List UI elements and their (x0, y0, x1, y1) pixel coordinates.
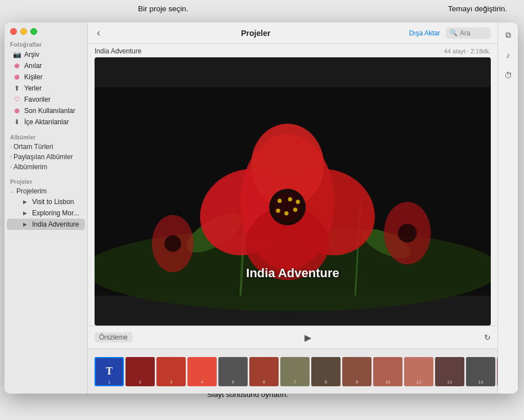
favorites-icon: ♡ (12, 95, 21, 104)
thumbnail-3[interactable]: 3 (156, 357, 186, 386)
chevron-icon: › (10, 144, 12, 150)
app-window: Fotoğraflar 📷 Arşiv ⊕ Anılar ⊕ Kişiler ⬆… (5, 22, 518, 394)
visit-lisbon-label: Visit to Lisbon (32, 198, 74, 206)
sidebar-item-kisiler[interactable]: ⊕ Kişiler (7, 71, 85, 83)
people-icon: ⊕ (12, 73, 21, 82)
thumbnail-14[interactable]: 14 (497, 357, 498, 386)
maximize-button[interactable] (30, 28, 37, 35)
sidebar-label-kisiler: Kişiler (24, 73, 43, 81)
slideshow-icon-lisbon: ▶ (20, 197, 29, 206)
thumbnail-8[interactable]: 8 (311, 357, 341, 386)
thumbnails-strip: T123456789101112131415+ (88, 349, 498, 394)
thumbnail-9[interactable]: 9 (342, 357, 371, 386)
sidebar-label-son: Son Kullanılanlar (24, 107, 75, 115)
chevron-icon-3: › (10, 164, 12, 170)
thumbnail-7[interactable]: 7 (280, 357, 310, 386)
slideshow-icon-exploring: ▶ (20, 209, 29, 218)
minimize-button[interactable] (20, 28, 27, 35)
project-area: India Adventure 44 slayt · 2:18dk. (88, 44, 498, 394)
svg-point-19 (276, 209, 280, 213)
svg-point-15 (288, 197, 292, 201)
search-input[interactable] (460, 29, 491, 37)
sidebar-item-exploring[interactable]: ▶ Exploring Mor... (7, 207, 85, 219)
sidebar-label-arsiv: Arşiv (24, 51, 39, 58)
thumbnail-11[interactable]: 11 (404, 357, 433, 386)
duration-button[interactable]: ⏱ (500, 67, 516, 83)
search-icon: 🔍 (450, 29, 458, 37)
thumbnail-5[interactable]: 5 (218, 357, 248, 386)
svg-point-13 (273, 192, 302, 222)
chevron-icon-4: ⌄ (10, 188, 15, 194)
photo-icon: 📷 (12, 50, 21, 59)
sidebar-item-india-adventure[interactable]: ▶ India Adventure (7, 219, 85, 230)
india-adventure-label: India Adventure (32, 220, 79, 228)
places-icon: ⬆ (12, 84, 21, 93)
svg-point-14 (277, 198, 281, 202)
theme-button[interactable]: ⧉ (500, 27, 516, 43)
sidebar-label-ice: İçe Aktarılanlar (24, 118, 69, 126)
ortam-turleri-toggle[interactable]: › Ortam Türleri (7, 142, 85, 152)
paylasilan-label: Paylaşılan Albümler (14, 153, 73, 161)
thumbnail-2[interactable]: 2 (126, 357, 155, 386)
music-button[interactable]: ♪ (500, 47, 516, 63)
slideshow-image (95, 57, 491, 326)
slideshow-preview: India Adventure (95, 57, 491, 326)
projelerim-toggle[interactable]: ⌄ Projelerim (7, 186, 85, 196)
back-button[interactable]: ‹ (95, 27, 102, 39)
svg-point-23 (164, 235, 181, 252)
export-button[interactable]: Dışa Aktar (409, 29, 440, 37)
toolbar-title: Projeler (108, 29, 404, 38)
sidebar-item-visit-lisbon[interactable]: ▶ Visit to Lisbon (7, 196, 85, 207)
thumbnail-6[interactable]: 6 (249, 357, 279, 386)
albumlerim-label: Albümlerim (14, 163, 47, 171)
project-header: India Adventure 44 slayt · 2:18dk. (88, 44, 498, 57)
thumbnail-4[interactable]: 4 (187, 357, 217, 386)
window-controls (5, 22, 87, 38)
annotation-top-center: Bir proje seçin. (107, 4, 220, 13)
repeat-button[interactable]: ↻ (484, 333, 491, 342)
fotolar-section-label: Fotoğraflar (5, 38, 87, 49)
sidebar-item-son-kullanilanlar[interactable]: ⊕ Son Kullanılanlar (7, 105, 85, 116)
sidebar-item-anilar[interactable]: ⊕ Anılar (7, 60, 85, 71)
svg-point-17 (293, 207, 297, 211)
svg-point-16 (296, 200, 300, 204)
sidebar-item-yerler[interactable]: ⬆ Yerler (7, 83, 85, 94)
thumbnail-10[interactable]: 10 (373, 357, 402, 386)
albums-section-label: Albümler (5, 131, 87, 142)
thumbnail-13[interactable]: 13 (466, 357, 495, 386)
svg-point-18 (284, 211, 288, 215)
close-button[interactable] (10, 28, 17, 35)
chevron-icon-2: › (10, 154, 12, 160)
play-button[interactable]: ▶ (300, 329, 316, 345)
sidebar-label-anilar: Anılar (24, 62, 42, 70)
slideshow-title: India Adventure (246, 266, 339, 281)
exploring-label: Exploring Mor... (32, 209, 79, 217)
thumbnail-1[interactable]: T1 (95, 357, 124, 386)
recent-icon: ⊕ (12, 106, 21, 115)
project-meta: 44 slayt · 2:18dk. (444, 48, 491, 55)
toolbar: ‹ Projeler Dışa Aktar 🔍 (88, 22, 498, 44)
sidebar: Fotoğraflar 📷 Arşiv ⊕ Anılar ⊕ Kişiler ⬆… (5, 22, 88, 394)
right-panel: ⧉ ♪ ⏱ (498, 22, 518, 394)
sidebar-item-favoriler[interactable]: ♡ Favoriler (7, 94, 85, 105)
sidebar-item-arsiv[interactable]: 📷 Arşiv (7, 49, 85, 60)
thumbnail-12[interactable]: 12 (435, 357, 464, 386)
import-icon: ⬇ (12, 118, 21, 127)
annotation-top-right: Temayı değiştirin. (448, 4, 507, 13)
projelerim-label: Projelerim (16, 187, 47, 195)
svg-point-21 (398, 224, 416, 242)
albumlerim-toggle[interactable]: › Albümlerim (7, 162, 85, 172)
ortam-turleri-label: Ortam Türleri (14, 143, 53, 151)
main-content: ‹ Projeler Dışa Aktar 🔍 India Adventure … (88, 22, 498, 394)
preview-label: Önizleme (95, 332, 132, 342)
paylasilan-toggle[interactable]: › Paylaşılan Albümler (7, 152, 85, 162)
sidebar-item-ice-aktarilanlar[interactable]: ⬇ İçe Aktarılanlar (7, 116, 85, 128)
slideshow-icon-india: ▶ (20, 220, 29, 229)
sidebar-label-yerler: Yerler (24, 84, 42, 92)
sidebar-label-favoriler: Favoriler (24, 96, 51, 103)
projects-section-label: Projeler (5, 175, 87, 186)
slideshow-controls: Önizleme ▶ ↻ (88, 326, 498, 349)
search-bar[interactable]: 🔍 (446, 28, 491, 39)
project-name: India Adventure (95, 47, 141, 55)
memories-icon: ⊕ (12, 61, 21, 70)
